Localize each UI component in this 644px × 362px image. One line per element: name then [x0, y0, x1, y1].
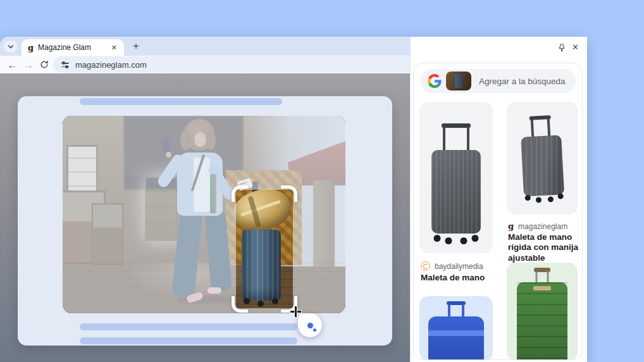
woman-white-tee: [194, 158, 210, 212]
suitcase-image: [521, 135, 564, 196]
tab-close-icon[interactable]: ✕: [109, 42, 119, 53]
new-tab-button[interactable]: +: [129, 39, 143, 53]
woman-sneaker: [207, 287, 221, 294]
woman-hair: [206, 131, 216, 150]
skeleton-text-bar: [80, 98, 282, 105]
woman-face: [194, 132, 206, 147]
site-info-icon[interactable]: [61, 61, 69, 68]
page-viewport[interactable]: [0, 73, 410, 362]
suitcase-image: [517, 282, 567, 360]
lens-fab-button[interactable]: [298, 313, 322, 337]
selection-corner-top-right[interactable]: [281, 185, 297, 202]
product-source: magazineglam: [518, 222, 567, 231]
product-title[interactable]: Maleta de mano rígida con manija ajustab…: [508, 232, 579, 263]
chevron-down-icon: [8, 44, 14, 49]
skeleton-text-bar: [80, 337, 297, 344]
woman-hand: [166, 152, 171, 158]
lens-side-panel: ✕ Agregar a la búsqueda: [410, 37, 587, 362]
lens-search-bar[interactable]: Agregar a la búsqueda: [420, 69, 576, 93]
tab-magazine-glam[interactable]: g Magazine Glam ✕: [22, 39, 124, 56]
product-source-row[interactable]: g magazineglam: [508, 222, 567, 231]
lens-icon: [304, 319, 316, 332]
suitcase-image: [428, 316, 484, 360]
url-text: magazineglam.com: [75, 60, 147, 70]
reload-icon: [40, 60, 49, 69]
woman-lanyard: [210, 174, 216, 213]
product-title[interactable]: Maleta de mano: [421, 273, 494, 283]
close-panel-button[interactable]: ✕: [572, 42, 579, 52]
photo-display-case: [92, 203, 123, 265]
magazine-article-card: [18, 96, 392, 346]
selection-corner-bottom-left[interactable]: [232, 296, 248, 313]
photo-column: [313, 180, 335, 266]
selected-region-thumbnail[interactable]: [446, 72, 471, 91]
lens-selection-region[interactable]: [236, 190, 293, 308]
lens-results-card: Agregar a la búsqueda: [413, 63, 583, 360]
woman-hair: [180, 130, 192, 150]
reload-button[interactable]: [37, 58, 51, 72]
product-card-green-suitcase[interactable]: [507, 263, 578, 360]
pin-panel-button[interactable]: [556, 42, 567, 54]
pushpin-icon: [556, 42, 567, 54]
skeleton-text-bar: [80, 323, 297, 330]
product-source-row[interactable]: baydailymedia: [421, 261, 483, 271]
back-button[interactable]: ←: [5, 58, 19, 72]
tab-title: Magazine Glam: [38, 43, 109, 52]
product-source: baydailymedia: [435, 262, 483, 271]
tab-search-button[interactable]: [4, 41, 17, 53]
woman-shadow: [176, 296, 235, 303]
search-placeholder: Agregar a la búsqueda: [479, 77, 566, 86]
suitcase-image: [431, 150, 481, 234]
article-photo[interactable]: [63, 116, 345, 313]
magazineglam-favicon: g: [508, 222, 514, 231]
forward-button[interactable]: →: [22, 58, 35, 72]
product-card-gray-suitcase[interactable]: [419, 102, 493, 253]
product-card-blue-suitcase[interactable]: [419, 296, 493, 360]
selection-corner-top-left[interactable]: [232, 185, 248, 202]
tab-favicon: g: [28, 43, 38, 53]
baydailymedia-favicon: [421, 261, 430, 271]
google-logo: [428, 74, 442, 88]
product-card-gray-suitcase-angled[interactable]: [507, 102, 578, 215]
